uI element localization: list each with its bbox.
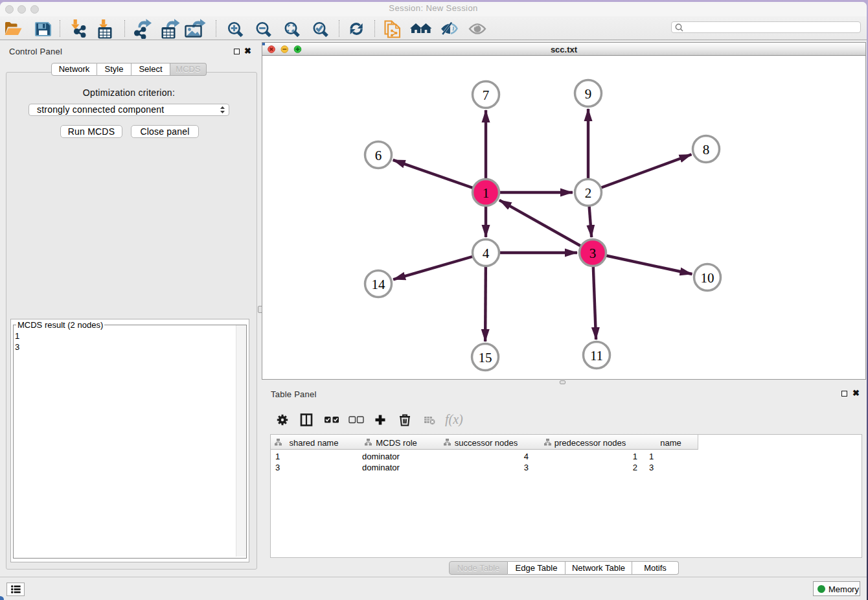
svg-text:f(x): f(x) <box>445 413 463 426</box>
svg-text:2: 2 <box>585 185 592 201</box>
svg-text:3: 3 <box>589 246 597 261</box>
svg-text:7: 7 <box>483 87 490 103</box>
svg-text:11: 11 <box>590 348 603 363</box>
svg-text:8: 8 <box>703 142 710 157</box>
svg-text:10: 10 <box>701 270 714 286</box>
svg-text:15: 15 <box>479 350 492 365</box>
svg-text:9: 9 <box>585 86 592 102</box>
svg-text:6: 6 <box>375 148 382 163</box>
svg-text:14: 14 <box>372 277 386 292</box>
svg-text:1: 1 <box>483 185 490 201</box>
svg-text:4: 4 <box>483 246 490 261</box>
